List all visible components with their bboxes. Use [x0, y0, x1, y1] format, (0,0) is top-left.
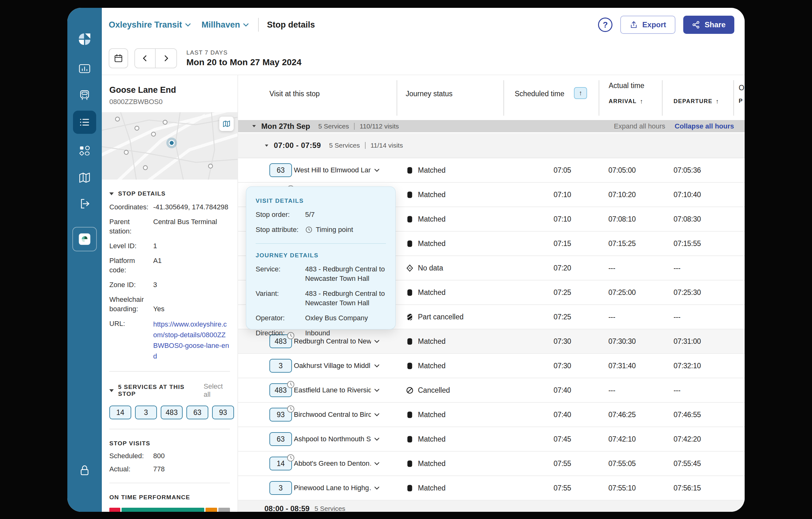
- otp-segment-on-time: [121, 508, 205, 512]
- visit-row[interactable]: 483Eastfield Lane to Riversid…Cancelled0…: [238, 378, 745, 403]
- selected-stop-marker[interactable]: [166, 138, 177, 148]
- visit-row[interactable]: 3Pinewood Lane to Highg…Matched07:5507:5…: [238, 476, 745, 500]
- export-button[interactable]: Export: [620, 16, 675, 34]
- service-filter-chip[interactable]: 3: [135, 406, 157, 419]
- sidebar-item-map[interactable]: [76, 169, 93, 187]
- calendar-button[interactable]: [109, 48, 128, 68]
- collapse-caret-icon[interactable]: [109, 389, 114, 392]
- expand-row-chevron-icon[interactable]: [373, 435, 381, 443]
- expand-row-chevron-icon[interactable]: [373, 411, 381, 419]
- visit-row[interactable]: 63Ashpool to Northmouth S…Matched07:4507…: [238, 427, 745, 452]
- stop-marker[interactable]: [124, 151, 128, 155]
- status-label: No data: [418, 264, 443, 272]
- prev-day-button[interactable]: [135, 49, 156, 68]
- expand-all-hours-link[interactable]: Expand all hours: [614, 122, 665, 130]
- service-number-chip[interactable]: 483: [269, 383, 292, 397]
- status-label: Matched: [418, 240, 445, 248]
- sidebar-item-workspace-app[interactable]: [72, 227, 97, 251]
- visit-row[interactable]: 3Oakhurst Village to Middl…Matched07:300…: [238, 354, 745, 378]
- service-number: 93: [277, 411, 285, 419]
- service-number-chip[interactable]: 14: [269, 457, 292, 470]
- map-expand-button[interactable]: [219, 116, 234, 131]
- stop-visits-row: Actual:778: [109, 465, 230, 473]
- divider: [258, 18, 259, 32]
- status-matched-icon: [406, 362, 414, 370]
- sidebar-item-stop-list[interactable]: [73, 111, 96, 134]
- service-number-chip[interactable]: 3: [269, 359, 292, 373]
- next-hour-group-row[interactable]: 08:00 - 08:59 5 Services: [238, 500, 745, 512]
- actual-departure-time: 07:08:30: [673, 215, 701, 223]
- service-number-chip[interactable]: 93: [269, 408, 292, 421]
- detail-value: 1: [153, 241, 157, 251]
- breadcrumb-network[interactable]: Oxleyshire Transit: [109, 20, 191, 30]
- day-services-count: 5 Services: [318, 122, 349, 130]
- divider: [354, 123, 355, 130]
- select-all-link[interactable]: Select all: [204, 382, 230, 399]
- detail-value: -41.305649, 174.784298: [153, 202, 228, 212]
- service-filter-chip[interactable]: 93: [212, 406, 234, 419]
- stop-marker[interactable]: [135, 126, 139, 130]
- content-body: Goose Lane End 0800ZZBWBOS0: [102, 75, 745, 512]
- service-number: 3: [279, 484, 283, 492]
- status-matched-icon: [406, 240, 414, 248]
- day-group-row[interactable]: Mon 27th Sep 5 Services 110/112 visits E…: [238, 120, 745, 133]
- detail-row: Level ID:1: [109, 241, 230, 251]
- stop-order-value: 5/7: [305, 210, 386, 219]
- stop-marker[interactable]: [152, 132, 156, 136]
- sidebar-item-dashboard[interactable]: [76, 60, 93, 77]
- stop-marker[interactable]: [163, 120, 167, 125]
- expand-row-chevron-icon[interactable]: [373, 166, 381, 174]
- stop-marker[interactable]: [209, 164, 213, 168]
- next-day-button[interactable]: [156, 49, 176, 68]
- stop-panel: Goose Lane End 0800ZZBWBOS0: [102, 75, 238, 512]
- service-filter-chip[interactable]: 14: [109, 406, 131, 419]
- export-label: Export: [642, 20, 666, 29]
- stop-url-link[interactable]: https://www.oxleyshire.com/stop-details/…: [153, 319, 230, 362]
- service-number-chip[interactable]: 63: [269, 163, 292, 177]
- scheduled-sort-button[interactable]: ↑: [574, 87, 587, 99]
- service-number-chip[interactable]: 63: [269, 432, 292, 446]
- page-title: Stop details: [267, 20, 315, 30]
- visit-row[interactable]: 63West Hill to Elmwood Lan…Matched07:050…: [238, 158, 745, 183]
- stop-map[interactable]: [102, 112, 238, 180]
- sidebar: [67, 8, 102, 512]
- hour-group-row[interactable]: 07:00 - 07:59 5 Services 11/14 visits: [238, 133, 745, 158]
- actual-departure-time: 07:15:55: [673, 240, 701, 248]
- sidebar-item-sign-out[interactable]: [76, 195, 93, 213]
- service-number: 483: [275, 337, 287, 346]
- share-button[interactable]: Share: [683, 16, 734, 34]
- breadcrumb-network-label: Oxleyshire Transit: [109, 20, 182, 30]
- collapse-caret-icon[interactable]: [109, 192, 114, 195]
- expand-row-chevron-icon[interactable]: [373, 460, 381, 468]
- visit-row[interactable]: 93Birchwood Central to Birc…Matched07:40…: [238, 403, 745, 427]
- sidebar-item-vehicles[interactable]: [76, 86, 93, 104]
- expand-row-chevron-icon[interactable]: [373, 386, 381, 394]
- stop-visits-label: Scheduled:: [109, 452, 153, 460]
- breadcrumb-area-label: Millhaven: [201, 20, 240, 30]
- sidebar-item-lock[interactable]: [76, 462, 93, 479]
- visit-row[interactable]: 14Abbot's Green to Denton…Matched07:5507…: [238, 452, 745, 476]
- stop-marker[interactable]: [143, 166, 148, 170]
- stop-marker[interactable]: [116, 117, 120, 121]
- expand-row-chevron-icon[interactable]: [373, 362, 381, 370]
- status-matched-icon: [406, 435, 414, 443]
- expand-row-chevron-icon[interactable]: [373, 484, 381, 492]
- col-departure[interactable]: DEPARTURE↑: [673, 98, 719, 105]
- service-number: 63: [277, 435, 285, 443]
- sidebar-item-components[interactable]: [76, 142, 93, 160]
- help-button[interactable]: ?: [598, 18, 612, 32]
- sidebar-item-logo[interactable]: [76, 30, 93, 48]
- main-content: Oxleyshire Transit Millhaven Stop detail…: [102, 8, 745, 512]
- actual-arrival-time: 07:08:10: [608, 215, 636, 223]
- status-matched-icon: [406, 166, 414, 174]
- breadcrumb-area[interactable]: Millhaven: [201, 20, 249, 30]
- service-filter-chip[interactable]: 483: [161, 406, 183, 419]
- collapse-all-hours-link[interactable]: Collapse all hours: [675, 122, 734, 130]
- service-filter-chip[interactable]: 63: [186, 406, 208, 419]
- expand-row-chevron-icon[interactable]: [373, 337, 381, 345]
- col-arrival[interactable]: ARRIVAL↑: [609, 98, 643, 105]
- visits-table: Visit at this stop Journey status Schedu…: [238, 75, 745, 512]
- top-header: Oxleyshire Transit Millhaven Stop detail…: [102, 8, 745, 42]
- scheduled-time: 07:15: [554, 240, 571, 248]
- service-number-chip[interactable]: 3: [269, 481, 292, 495]
